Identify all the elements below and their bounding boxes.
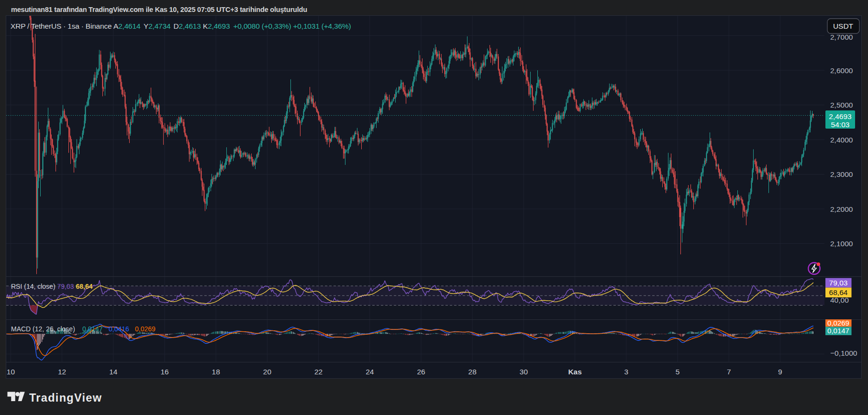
svg-text:5: 5 <box>676 368 680 376</box>
svg-text:24: 24 <box>366 368 374 376</box>
svg-text:7: 7 <box>727 368 731 376</box>
svg-text:2,2000: 2,2000 <box>830 205 853 213</box>
svg-text:2,4693: 2,4693 <box>829 112 851 120</box>
svg-text:18: 18 <box>212 368 220 376</box>
svg-text:20: 20 <box>263 368 272 376</box>
svg-text:mesutinan81 tarafından Trading: mesutinan81 tarafından TradingView.com i… <box>11 6 307 13</box>
svg-text:22: 22 <box>314 368 323 376</box>
svg-text:0,0147: 0,0147 <box>82 325 103 333</box>
svg-text:14: 14 <box>109 368 118 376</box>
svg-text:Y2,4734: Y2,4734 <box>144 22 171 30</box>
svg-text:XRP / TetherUS · 1sa · Binance: XRP / TetherUS · 1sa · Binance <box>11 22 111 30</box>
svg-text:A2,4614: A2,4614 <box>113 22 141 30</box>
svg-text:2,4000: 2,4000 <box>830 136 853 144</box>
svg-text:K2,4693: K2,4693 <box>203 22 230 30</box>
svg-text:0,0416: 0,0416 <box>109 325 129 333</box>
svg-text:0,0269: 0,0269 <box>827 319 849 327</box>
svg-text:9: 9 <box>778 368 782 376</box>
svg-text:+0,1031 (+4,36%): +0,1031 (+4,36%) <box>293 22 351 30</box>
svg-text:28: 28 <box>468 368 477 376</box>
svg-text:30: 30 <box>520 368 528 376</box>
svg-text:D2,4613: D2,4613 <box>174 22 201 30</box>
svg-text:12: 12 <box>58 368 66 376</box>
svg-text:10: 10 <box>7 368 15 376</box>
svg-text:54:03: 54:03 <box>831 120 850 129</box>
svg-text:26: 26 <box>417 368 425 376</box>
svg-text:RSI (14, close) 79,03 68,64: RSI (14, close) 79,03 68,64 <box>11 283 93 290</box>
svg-text:2,7000: 2,7000 <box>830 33 853 41</box>
svg-text:79,03: 79,03 <box>829 279 848 287</box>
svg-text:0,0147: 0,0147 <box>827 327 849 335</box>
svg-text:0,0269: 0,0269 <box>135 325 156 333</box>
svg-text:2,5000: 2,5000 <box>830 101 853 109</box>
svg-text:USDT: USDT <box>833 22 854 30</box>
svg-text:68,64: 68,64 <box>829 288 848 296</box>
svg-text:TradingView: TradingView <box>29 392 102 404</box>
svg-text:2,3000: 2,3000 <box>830 170 853 178</box>
svg-text:−0,1000: −0,1000 <box>830 349 857 357</box>
svg-text:Kas: Kas <box>568 368 581 376</box>
svg-text:3: 3 <box>624 368 628 376</box>
svg-text:2,1000: 2,1000 <box>830 240 853 248</box>
svg-text:16: 16 <box>160 368 168 376</box>
svg-text:+0,0080 (+0,33%): +0,0080 (+0,33%) <box>234 22 291 30</box>
svg-text:MACD (12, 26, close): MACD (12, 26, close) <box>11 325 75 333</box>
svg-text:2,6000: 2,6000 <box>830 66 853 75</box>
